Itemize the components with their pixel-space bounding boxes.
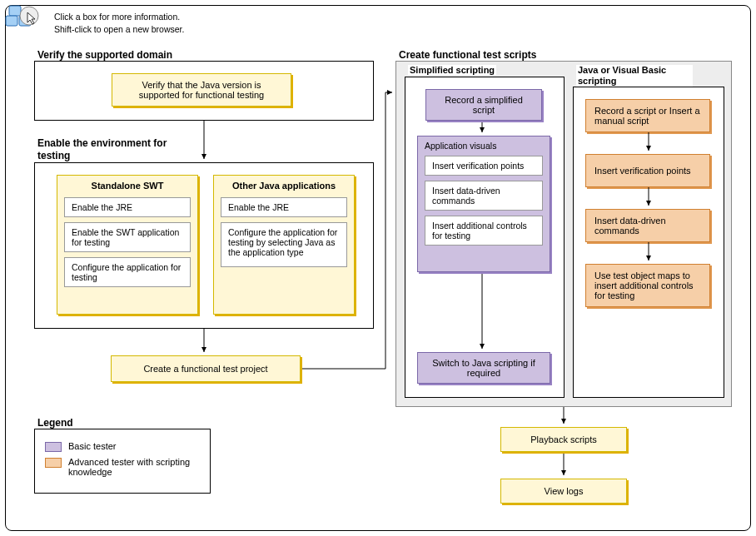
swt-item-1[interactable]: Enable the SWT application for testing — [64, 222, 191, 252]
purple-swatch — [45, 442, 62, 452]
help-line1: Click a box for more information. — [54, 11, 184, 23]
legend-basic-label: Basic tester — [68, 441, 116, 451]
record-simplified-box[interactable]: Record a simplified script — [425, 89, 542, 121]
functional-section: Simplified scripting Record a simplified… — [395, 61, 732, 407]
swt-group: Standalone SWT Enable the JRE Enable the… — [57, 175, 198, 315]
javavb-item-0[interactable]: Record a script or Insert a manual scrip… — [585, 99, 710, 132]
create-project-box[interactable]: Create a functional test project — [111, 355, 301, 382]
visuals-item-0[interactable]: Insert verification points — [425, 156, 543, 176]
app-visuals-group: Application visuals Insert verification … — [417, 136, 550, 272]
simplified-section: Record a simplified script Application v… — [405, 77, 565, 398]
swt-item-0[interactable]: Enable the JRE — [64, 197, 191, 217]
diagram-frame: Click a box for more information. Shift-… — [5, 5, 751, 531]
svg-rect-1 — [6, 16, 17, 26]
enable-section: Standalone SWT Enable the JRE Enable the… — [34, 162, 374, 329]
verify-title: Verify the supported domain — [36, 49, 174, 61]
verify-java-box[interactable]: Verify that the Java version is supporte… — [112, 73, 291, 107]
legend-basic-row: Basic tester — [45, 441, 200, 452]
simplified-title: Simplified scripting — [408, 65, 496, 75]
other-item-0[interactable]: Enable the JRE — [221, 197, 347, 217]
svg-rect-0 — [9, 6, 21, 16]
other-group: Other Java applications Enable the JRE C… — [213, 175, 355, 315]
legend-box: Basic tester Advanced tester with script… — [34, 429, 211, 494]
javavb-item-3[interactable]: Use test object maps to insert additiona… — [585, 264, 710, 307]
legend-title: Legend — [36, 417, 75, 429]
help-line2: Shift-click to open a new browser. — [54, 23, 184, 36]
javavb-item-1[interactable]: Insert verification points — [585, 154, 710, 187]
javavb-item-2[interactable]: Insert data-driven commands — [585, 209, 710, 242]
swt-title: Standalone SWT — [57, 176, 197, 197]
legend-advanced-label: Advanced tester with scripting knowledge — [68, 457, 200, 477]
app-visuals-title: Application visuals — [418, 136, 550, 156]
playback-box[interactable]: Playback scripts — [500, 427, 627, 452]
help-text: Click a box for more information. Shift-… — [54, 11, 184, 35]
orange-swatch — [45, 458, 62, 468]
enable-title: Enable the environment for testing — [36, 137, 169, 162]
other-item-1[interactable]: Configure the application for testing by… — [221, 222, 347, 267]
switch-java-box[interactable]: Switch to Java scripting if required — [417, 352, 550, 384]
other-title: Other Java applications — [214, 176, 354, 197]
legend-advanced-row: Advanced tester with scripting knowledge — [45, 457, 200, 477]
viewlogs-box[interactable]: View logs — [500, 479, 627, 504]
javavb-section: Record a script or Insert a manual scrip… — [573, 87, 724, 398]
visuals-item-2[interactable]: Insert additional controls for testing — [425, 216, 543, 246]
info-cursor-icon — [4, 4, 41, 34]
swt-item-2[interactable]: Configure the application for testing — [64, 257, 191, 287]
functional-title: Create functional test scripts — [397, 49, 538, 61]
visuals-item-1[interactable]: Insert data-driven commands — [425, 181, 543, 211]
javavb-title: Java or Visual Basic scripting — [576, 65, 693, 87]
verify-section: Verify that the Java version is supporte… — [34, 61, 374, 121]
